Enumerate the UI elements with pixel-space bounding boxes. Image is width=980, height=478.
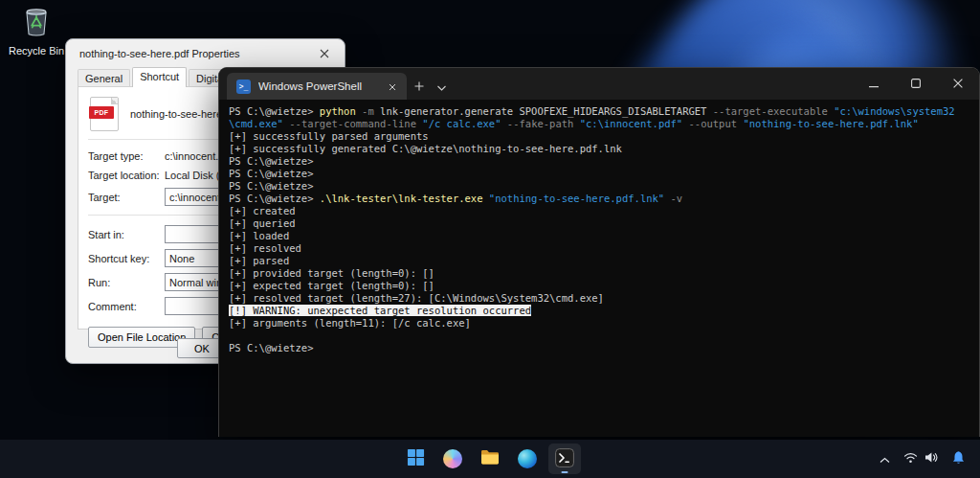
terminal-line: PS C:\@wietze> [229, 342, 969, 354]
edge-icon [518, 449, 537, 468]
maximize-icon [911, 77, 921, 91]
titlebar-drag-area[interactable] [451, 68, 853, 100]
terminal-line: PS C:\@wietze> .\lnk-tester\lnk-tester.e… [229, 193, 969, 205]
terminal-tab-title: Windows PowerShell [258, 80, 376, 92]
close-icon [953, 77, 963, 91]
tab-shortcut[interactable]: Shortcut [132, 67, 187, 87]
terminal-line: [+] successfully generated C:\@wietze\no… [229, 143, 969, 155]
minimize-button[interactable] [853, 68, 895, 100]
notification-bell-button[interactable] [947, 445, 970, 472]
terminal-line: [+] arguments (length=11): [/c calc.exe] [229, 317, 969, 330]
close-icon [320, 47, 329, 61]
pdf-badge: PDF [89, 106, 114, 119]
target-label: Target: [88, 192, 165, 203]
chevron-down-icon [437, 80, 446, 94]
terminal-line: PS C:\@wietze> [229, 180, 969, 193]
powershell-icon: >_ [236, 80, 251, 94]
terminal-titlebar[interactable]: >_ Windows PowerShell [219, 68, 979, 100]
window-controls [853, 68, 979, 100]
terminal-line [229, 330, 969, 342]
volume-icon [924, 451, 938, 467]
system-tray [875, 440, 980, 478]
terminal-line: [+] queried [229, 217, 969, 230]
terminal-line: [+] expected target (length=0): [] [229, 280, 969, 292]
recycle-bin-label: Recycle Bin [9, 45, 64, 57]
maximize-button[interactable] [895, 68, 937, 100]
file-explorer-button[interactable] [474, 444, 506, 474]
dialog-titlebar[interactable]: nothing-to-see-here.pdf Properties [66, 39, 345, 68]
terminal-line: [+] parsed [229, 255, 969, 267]
chevron-up-icon [880, 452, 890, 467]
terminal-output[interactable]: PS C:\@wietze> python -m lnk-generator.g… [219, 100, 979, 360]
terminal-line: [+] created [229, 205, 969, 217]
plus-icon [414, 80, 424, 94]
tab-general[interactable]: General [78, 69, 130, 87]
terminal-line: [+] loaded [229, 230, 969, 242]
network-icon [903, 452, 918, 467]
bell-icon [951, 450, 966, 467]
terminal-line: PS C:\@wietze> python -m lnk-generator.g… [229, 105, 969, 118]
terminal-line: [+] resolved [229, 242, 969, 255]
start-in-label: Start in: [88, 229, 165, 240]
comment-label: Comment: [88, 301, 165, 312]
terminal-line: PS C:\@wietze> [229, 155, 969, 168]
minimize-icon [869, 77, 879, 91]
new-tab-button[interactable] [407, 75, 432, 98]
target-location-label: Target location: [88, 170, 165, 181]
network-volume-button[interactable] [899, 445, 943, 472]
target-type-label: Target type: [88, 150, 165, 162]
terminal-line: PS C:\@wietze> [229, 168, 969, 180]
terminal-window: >_ Windows PowerShell [218, 67, 980, 437]
hidden-icons-button[interactable] [875, 445, 895, 472]
tab-dropdown-button[interactable] [432, 75, 451, 98]
terminal-line: [+] provided target (length=0): [] [229, 267, 969, 280]
windows-start-icon [407, 448, 425, 469]
close-icon [389, 80, 396, 94]
terminal-icon [555, 448, 574, 470]
terminal-line: [!] WARNING: unexpected target resolutio… [229, 305, 969, 317]
terminal-line: [+] resolved target (length=27): [C:\Win… [229, 292, 969, 305]
terminal-taskbar-button[interactable] [548, 444, 581, 474]
terminal-tab[interactable]: >_ Windows PowerShell [227, 73, 407, 100]
copilot-button[interactable] [436, 444, 469, 474]
run-label: Run: [88, 277, 165, 288]
recycle-bin-icon [20, 5, 53, 43]
dialog-title: nothing-to-see-here.pdf Properties [79, 48, 312, 59]
start-button[interactable] [399, 444, 432, 474]
taskbar [0, 440, 980, 478]
shortcut-key-label: Shortcut key: [88, 253, 165, 264]
pdf-file-icon: PDF [90, 97, 119, 131]
tab-close-button[interactable] [384, 78, 401, 95]
close-window-button[interactable] [937, 68, 979, 100]
dialog-close-button[interactable] [312, 44, 337, 63]
taskbar-center-icons [399, 440, 581, 478]
copilot-icon [443, 449, 462, 468]
terminal-line: \cmd.exe" --target-command-line "/c calc… [229, 118, 969, 130]
edge-button[interactable] [511, 444, 544, 474]
recycle-bin-shortcut[interactable]: Recycle Bin [4, 5, 69, 57]
terminal-line: [+] successfully parsed arguments [229, 130, 969, 143]
file-explorer-icon [480, 449, 500, 468]
